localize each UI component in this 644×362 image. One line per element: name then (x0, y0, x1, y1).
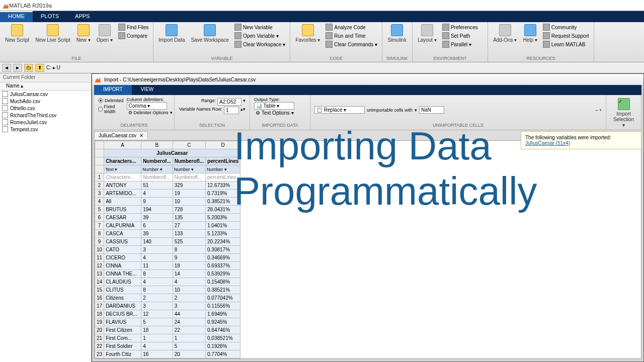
tab-apps[interactable]: APPS (67, 11, 98, 22)
file-item[interactable]: Othello.csv (0, 105, 91, 112)
nan-input[interactable] (419, 106, 444, 114)
replace-select[interactable]: 📋 Replace ▾ (314, 106, 365, 114)
col-type[interactable]: Number ▾ (173, 165, 205, 173)
close-tab-icon[interactable]: ✕ (139, 133, 143, 138)
file-tab[interactable]: JuliusCaesar.csv (99, 133, 136, 138)
nav-forward-button[interactable]: ► (13, 64, 22, 72)
table-row[interactable]: 19FLAVIUS5240.9245% (95, 318, 240, 326)
table-row[interactable]: 18DECIUS BR...12441.6949% (95, 310, 240, 318)
col-delim-label: Column delimiters: (127, 97, 174, 102)
analyze-code-button[interactable]: Analyze Code (324, 23, 379, 31)
col-header[interactable]: B (141, 141, 173, 149)
output-type-select[interactable]: 📊 Table ▾ (254, 102, 294, 110)
col-type[interactable]: Text ▾ (104, 165, 141, 173)
col-name[interactable]: Numberofl... (173, 157, 205, 165)
folder-icon[interactable]: 🗀 (24, 64, 33, 72)
file-icon (2, 112, 8, 118)
open-variable-button[interactable]: Open Variable ▾ (233, 32, 287, 40)
table-row[interactable]: 3ARTEMIDO...4190.7319% (95, 190, 240, 198)
run-and-time-button[interactable]: Run and Time (324, 32, 379, 40)
import-tab-view[interactable]: VIEW (132, 85, 163, 95)
import-tab-import[interactable]: IMPORT (94, 85, 132, 95)
table-row[interactable]: 12CINNA11180.69337% (95, 262, 240, 270)
simulink-button[interactable]: Simulink (385, 23, 409, 44)
file-icon (2, 91, 8, 97)
table-row[interactable]: 9CASSIUS14052520.2234% (95, 238, 240, 246)
delimiter-options-button[interactable]: ⚙ Delimiter Options ▾ (127, 110, 174, 116)
table-row[interactable]: 2ANTONY5132912.6733% (95, 182, 240, 190)
table-title: JuliusCaesar (104, 149, 240, 157)
new-live-script-button[interactable]: New Live Script (33, 23, 72, 44)
clear-commands-button[interactable]: Clear Commands ▾ (324, 40, 379, 48)
file-col-name[interactable]: Name (6, 83, 20, 88)
table-row[interactable]: 21First Com...110.038521% (95, 334, 240, 342)
group-label-file: FILE (3, 55, 150, 61)
table-row[interactable]: 7CALPURNIA6271.0401% (95, 222, 240, 230)
col-name[interactable]: Numberof... (141, 157, 173, 165)
table-row[interactable]: 6CAESAR391355.2003% (95, 214, 240, 222)
col-header[interactable]: A (104, 141, 141, 149)
file-item[interactable]: Tempest.csv (0, 126, 91, 133)
nav-back-button[interactable]: ◄ (2, 64, 11, 72)
table-row[interactable]: 15CLITUS8100.38521% (95, 286, 240, 294)
matlab-logo-icon (94, 76, 101, 83)
import-data-button[interactable]: Import Data (156, 23, 187, 44)
up-folder-button[interactable]: ⬆ (35, 64, 44, 72)
tab-plots[interactable]: PLOTS (33, 11, 67, 22)
learn-matlab-button[interactable]: Learn MATLAB (541, 40, 591, 48)
table-row[interactable]: 4All9100.38521% (95, 198, 240, 206)
new-script-button[interactable]: New Script (3, 23, 31, 44)
group-label-resources: RESOURCES (491, 55, 591, 61)
import-selection-button[interactable]: ✓Import Selection ▾ (610, 97, 637, 129)
matlab-logo-icon (2, 2, 9, 9)
compare-button[interactable]: Compare (117, 32, 150, 40)
table-row[interactable]: 8CASCA391335.1233% (95, 230, 240, 238)
col-name[interactable]: Characters... (104, 157, 141, 165)
file-item[interactable]: RichardTheThird.csv (0, 112, 91, 119)
col-type[interactable]: Number ▾ (141, 165, 173, 173)
new-button[interactable]: New ▾ (74, 23, 93, 44)
var-names-row-input[interactable] (224, 107, 239, 114)
col-header[interactable]: C (173, 141, 205, 149)
table-row[interactable]: 17DARDANIUS330.11556% (95, 302, 240, 310)
fixed-width-radio[interactable]: Fixed Width (98, 104, 124, 114)
file-icon (2, 98, 8, 104)
file-item[interactable]: MuchAdo.csv (0, 98, 91, 105)
new-variable-button[interactable]: New Variable (233, 23, 287, 31)
table-row[interactable]: 10CATO380.30817% (95, 246, 240, 254)
find-files-button[interactable]: Find Files (117, 23, 150, 31)
parallel-button[interactable]: Parallel ▾ (441, 40, 479, 48)
set-path-button[interactable]: Set Path (441, 32, 479, 40)
delimiter-select[interactable]: Comma ▾ (127, 102, 167, 110)
path-text[interactable]: C: ▸ U (46, 65, 60, 70)
table-row[interactable]: 11CICERO490.34669% (95, 254, 240, 262)
table-row[interactable]: 23Fourth Citiz16200.7704% (95, 350, 240, 358)
help-button[interactable]: Help ▾ (521, 23, 539, 44)
table-row[interactable]: 5BRUTUS19472828.0431% (95, 206, 240, 214)
save-workspace-button[interactable]: Save Workspace (189, 23, 230, 44)
file-icon (2, 126, 8, 132)
table-row[interactable]: 13CINNA THE...8140.53929% (95, 270, 240, 278)
range-input[interactable] (217, 98, 242, 106)
imported-var-link[interactable]: JuliusCaesar (51x4) (525, 140, 570, 146)
table-row[interactable]: 22First Soldier450.1926% (95, 342, 240, 350)
community-button[interactable]: Community (541, 23, 591, 31)
group-label-code: CODE (293, 55, 379, 61)
group-label-simulink: SIMULINK (385, 55, 409, 61)
table-row[interactable]: 16Citizens220.077042% (95, 294, 240, 302)
preferences-button[interactable]: Preferences (441, 23, 479, 31)
table-row[interactable]: 20First Citizen18220.84746% (95, 326, 240, 334)
current-folder-title: Current Folder (0, 73, 91, 82)
favorites-button[interactable]: Favorites ▾ (293, 23, 322, 44)
file-item[interactable]: JuliusCaesar.csv (0, 90, 91, 98)
file-item[interactable]: RomeoJuliet.csv (0, 119, 91, 126)
table-row[interactable]: 14CLAUDIUS440.15408% (95, 278, 240, 286)
clear-workspace-button[interactable]: Clear Workspace ▾ (233, 40, 287, 48)
addons-button[interactable]: Add-Ons ▾ (491, 23, 519, 44)
layout-button[interactable]: Layout ▾ (416, 23, 439, 44)
delimited-radio[interactable]: Delimited (98, 98, 124, 103)
tab-home[interactable]: HOME (0, 11, 33, 22)
request-support-button[interactable]: Request Support (541, 32, 591, 40)
open-button[interactable]: Open ▾ (95, 23, 115, 44)
text-options-button[interactable]: ⚙ Text Options ▾ (254, 110, 306, 116)
